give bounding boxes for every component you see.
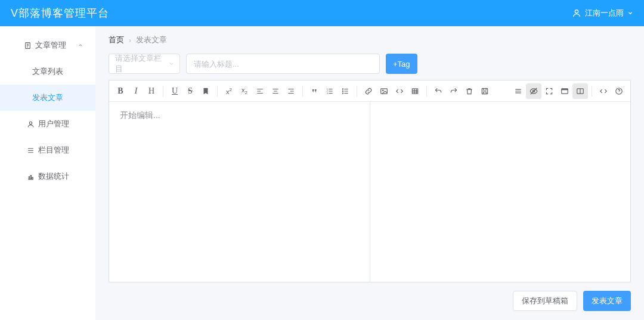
brand-title: V部落博客管理平台	[11, 6, 109, 20]
category-select[interactable]: 请选择文章栏目	[109, 54, 180, 74]
sidebar-label: 数据统计	[38, 171, 69, 182]
main-content: 首页 › 发表文章 请选择文章栏目 +Tag B I H	[95, 26, 644, 320]
editor-source-pane[interactable]: 开始编辑...	[109, 102, 370, 282]
editor-placeholder: 开始编辑...	[120, 110, 160, 120]
unordered-list-button[interactable]	[338, 83, 353, 99]
align-left-button[interactable]	[252, 83, 268, 99]
read-mode-button[interactable]	[557, 83, 572, 99]
chevron-down-icon	[627, 10, 633, 16]
user-icon	[572, 8, 581, 18]
user-menu[interactable]: 江南一点雨	[572, 8, 633, 18]
toolbar-separator	[357, 86, 357, 97]
list-icon	[27, 147, 35, 154]
svg-point-10	[342, 91, 343, 91]
heading-button[interactable]: H	[144, 83, 159, 99]
svg-point-23	[619, 92, 620, 93]
breadcrumb-current: 发表文章	[136, 35, 167, 45]
chevron-down-icon	[168, 61, 175, 67]
document-icon	[24, 42, 32, 49]
svg-text:3: 3	[327, 92, 328, 94]
bar-chart-icon	[27, 173, 35, 181]
split-view-button[interactable]	[572, 83, 588, 99]
toolbar-separator	[163, 86, 163, 97]
sidebar-item-user-mgmt[interactable]: 用户管理	[0, 111, 95, 137]
sidebar-label: 用户管理	[38, 119, 69, 129]
fullscreen-button[interactable]	[541, 83, 557, 99]
align-center-button[interactable]	[268, 83, 283, 99]
svg-rect-12	[381, 88, 388, 93]
form-row: 请选择文章栏目 +Tag	[109, 54, 631, 74]
sidebar-label: 文章列表	[32, 66, 63, 77]
html-code-button[interactable]	[596, 83, 611, 99]
undo-button[interactable]	[431, 83, 446, 99]
code-button[interactable]	[392, 83, 407, 99]
sidebar: 文章管理 文章列表 发表文章 用户管理 栏目管理	[0, 26, 95, 320]
svg-point-9	[342, 88, 343, 89]
editor-toolbar: B I H U S x2 x2	[109, 80, 630, 102]
sidebar-label: 发表文章	[32, 92, 63, 103]
svg-point-13	[382, 89, 383, 91]
toolbar-separator	[592, 86, 592, 97]
toolbar-separator	[302, 86, 303, 97]
breadcrumb-home[interactable]: 首页	[109, 35, 124, 45]
save-draft-button[interactable]: 保存到草稿箱	[513, 291, 577, 311]
user-icon	[27, 120, 35, 128]
markdown-editor: B I H U S x2 x2	[109, 80, 631, 282]
svg-rect-3	[29, 176, 30, 179]
username: 江南一点雨	[585, 8, 624, 18]
svg-rect-4	[30, 175, 31, 179]
bold-button[interactable]: B	[113, 83, 128, 99]
sidebar-label: 文章管理	[35, 40, 66, 51]
sidebar-item-data-stats[interactable]: 数据统计	[0, 163, 95, 189]
trash-button[interactable]	[462, 83, 477, 99]
breadcrumb-separator-icon: ›	[129, 36, 131, 45]
svg-rect-5	[32, 177, 33, 179]
table-button[interactable]	[407, 83, 423, 99]
image-button[interactable]	[376, 83, 392, 99]
app-header: V部落博客管理平台 江南一点雨	[0, 0, 644, 26]
subscript-button[interactable]: x2	[237, 83, 252, 99]
sidebar-item-article-mgmt[interactable]: 文章管理	[0, 32, 95, 58]
quote-button[interactable]	[306, 83, 322, 99]
chevron-up-icon	[78, 41, 83, 50]
align-right-button[interactable]	[283, 83, 299, 99]
sidebar-label: 栏目管理	[38, 145, 69, 156]
select-placeholder: 请选择文章栏目	[115, 53, 164, 74]
editor-panes: 开始编辑...	[109, 102, 630, 282]
svg-point-11	[342, 92, 343, 93]
sidebar-item-publish-article[interactable]: 发表文章	[0, 85, 95, 111]
underline-button[interactable]: U	[167, 83, 182, 99]
title-input[interactable]	[186, 54, 380, 74]
bookmark-button[interactable]	[198, 83, 213, 99]
preview-toggle-button[interactable]	[526, 83, 541, 99]
toolbar-separator	[426, 86, 427, 97]
link-button[interactable]	[361, 83, 376, 99]
navigation-button[interactable]	[510, 83, 526, 99]
italic-button[interactable]: I	[128, 83, 144, 99]
add-tag-button[interactable]: +Tag	[386, 54, 417, 74]
breadcrumb: 首页 › 发表文章	[109, 35, 631, 45]
strikethrough-button[interactable]: S	[182, 83, 198, 99]
sidebar-item-article-list[interactable]: 文章列表	[0, 58, 95, 85]
save-button[interactable]	[477, 83, 493, 99]
redo-button[interactable]	[446, 83, 462, 99]
editor-preview-pane	[370, 102, 631, 282]
svg-point-2	[29, 122, 32, 124]
sidebar-item-category-mgmt[interactable]: 栏目管理	[0, 137, 95, 163]
svg-rect-15	[482, 88, 487, 94]
superscript-button[interactable]: x2	[221, 83, 237, 99]
svg-point-0	[575, 10, 578, 13]
publish-button[interactable]: 发表文章	[583, 291, 631, 311]
svg-rect-19	[562, 88, 568, 89]
toolbar-separator	[217, 86, 218, 97]
help-button[interactable]	[611, 83, 627, 99]
action-bar: 保存到草稿箱 发表文章	[109, 291, 631, 311]
sidebar-submenu: 文章列表 发表文章	[0, 58, 95, 111]
ordered-list-button[interactable]: 123	[322, 83, 338, 99]
